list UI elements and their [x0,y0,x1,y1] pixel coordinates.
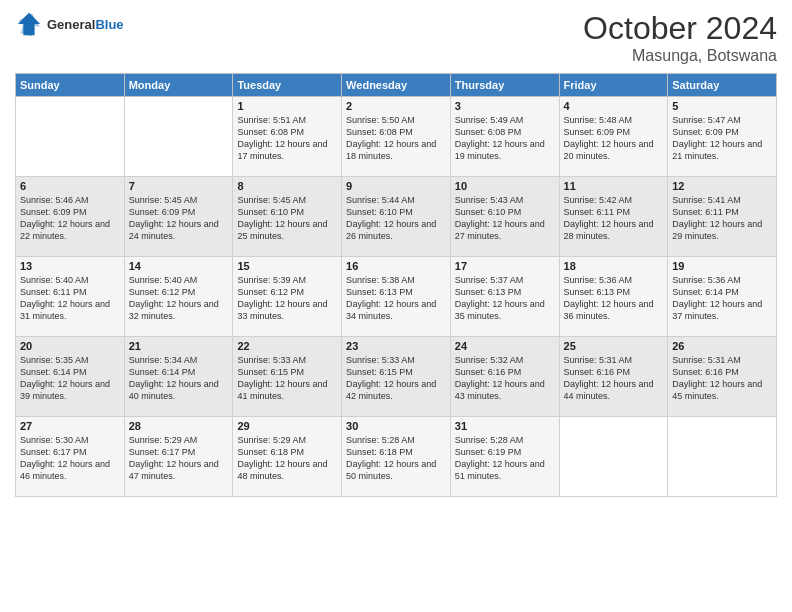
day-info: Sunrise: 5:29 AMSunset: 6:18 PMDaylight:… [237,434,337,483]
daylight-text: Daylight: 12 hours and 20 minutes. [564,139,654,161]
day-cell [559,417,668,497]
sunrise-text: Sunrise: 5:29 AM [237,435,306,445]
day-info: Sunrise: 5:30 AMSunset: 6:17 PMDaylight:… [20,434,120,483]
day-number: 5 [672,100,772,112]
day-cell [124,97,233,177]
sunset-text: Sunset: 6:09 PM [129,207,196,217]
sunset-text: Sunset: 6:18 PM [237,447,304,457]
day-number: 11 [564,180,664,192]
day-info: Sunrise: 5:31 AMSunset: 6:16 PMDaylight:… [564,354,664,403]
sunset-text: Sunset: 6:08 PM [237,127,304,137]
day-cell: 18Sunrise: 5:36 AMSunset: 6:13 PMDayligh… [559,257,668,337]
day-info: Sunrise: 5:36 AMSunset: 6:14 PMDaylight:… [672,274,772,323]
sunrise-text: Sunrise: 5:43 AM [455,195,524,205]
day-number: 9 [346,180,446,192]
sunrise-text: Sunrise: 5:33 AM [237,355,306,365]
day-number: 8 [237,180,337,192]
daylight-text: Daylight: 12 hours and 33 minutes. [237,299,327,321]
sunset-text: Sunset: 6:15 PM [346,367,413,377]
daylight-text: Daylight: 12 hours and 39 minutes. [20,379,110,401]
sunset-text: Sunset: 6:14 PM [129,367,196,377]
daylight-text: Daylight: 12 hours and 21 minutes. [672,139,762,161]
daylight-text: Daylight: 12 hours and 24 minutes. [129,219,219,241]
sunset-text: Sunset: 6:14 PM [672,287,739,297]
day-cell: 25Sunrise: 5:31 AMSunset: 6:16 PMDayligh… [559,337,668,417]
day-cell: 17Sunrise: 5:37 AMSunset: 6:13 PMDayligh… [450,257,559,337]
daylight-text: Daylight: 12 hours and 41 minutes. [237,379,327,401]
sunrise-text: Sunrise: 5:49 AM [455,115,524,125]
sunrise-text: Sunrise: 5:31 AM [564,355,633,365]
sunset-text: Sunset: 6:13 PM [564,287,631,297]
day-number: 31 [455,420,555,432]
day-number: 1 [237,100,337,112]
day-cell: 8Sunrise: 5:45 AMSunset: 6:10 PMDaylight… [233,177,342,257]
day-number: 14 [129,260,229,272]
daylight-text: Daylight: 12 hours and 28 minutes. [564,219,654,241]
daylight-text: Daylight: 12 hours and 26 minutes. [346,219,436,241]
location-title: Masunga, Botswana [583,47,777,65]
day-info: Sunrise: 5:28 AMSunset: 6:18 PMDaylight:… [346,434,446,483]
day-info: Sunrise: 5:28 AMSunset: 6:19 PMDaylight:… [455,434,555,483]
sunrise-text: Sunrise: 5:36 AM [672,275,741,285]
daylight-text: Daylight: 12 hours and 35 minutes. [455,299,545,321]
title-block: October 2024 Masunga, Botswana [583,10,777,65]
header: GeneralBlue October 2024 Masunga, Botswa… [15,10,777,65]
day-cell: 21Sunrise: 5:34 AMSunset: 6:14 PMDayligh… [124,337,233,417]
sunset-text: Sunset: 6:16 PM [564,367,631,377]
sunrise-text: Sunrise: 5:38 AM [346,275,415,285]
day-cell: 27Sunrise: 5:30 AMSunset: 6:17 PMDayligh… [16,417,125,497]
day-info: Sunrise: 5:34 AMSunset: 6:14 PMDaylight:… [129,354,229,403]
day-number: 15 [237,260,337,272]
sunrise-text: Sunrise: 5:45 AM [237,195,306,205]
daylight-text: Daylight: 12 hours and 17 minutes. [237,139,327,161]
day-info: Sunrise: 5:43 AMSunset: 6:10 PMDaylight:… [455,194,555,243]
sunset-text: Sunset: 6:09 PM [564,127,631,137]
day-number: 10 [455,180,555,192]
day-info: Sunrise: 5:50 AMSunset: 6:08 PMDaylight:… [346,114,446,163]
sunset-text: Sunset: 6:14 PM [20,367,87,377]
day-number: 27 [20,420,120,432]
day-cell: 11Sunrise: 5:42 AMSunset: 6:11 PMDayligh… [559,177,668,257]
day-number: 2 [346,100,446,112]
sunset-text: Sunset: 6:15 PM [237,367,304,377]
day-info: Sunrise: 5:45 AMSunset: 6:10 PMDaylight:… [237,194,337,243]
daylight-text: Daylight: 12 hours and 44 minutes. [564,379,654,401]
sunrise-text: Sunrise: 5:45 AM [129,195,198,205]
daylight-text: Daylight: 12 hours and 36 minutes. [564,299,654,321]
sunset-text: Sunset: 6:13 PM [346,287,413,297]
sunrise-text: Sunrise: 5:35 AM [20,355,89,365]
day-cell: 9Sunrise: 5:44 AMSunset: 6:10 PMDaylight… [342,177,451,257]
day-cell: 28Sunrise: 5:29 AMSunset: 6:17 PMDayligh… [124,417,233,497]
week-row-4: 20Sunrise: 5:35 AMSunset: 6:14 PMDayligh… [16,337,777,417]
day-info: Sunrise: 5:37 AMSunset: 6:13 PMDaylight:… [455,274,555,323]
day-info: Sunrise: 5:51 AMSunset: 6:08 PMDaylight:… [237,114,337,163]
day-info: Sunrise: 5:47 AMSunset: 6:09 PMDaylight:… [672,114,772,163]
sunrise-text: Sunrise: 5:39 AM [237,275,306,285]
weekday-header-sunday: Sunday [16,74,125,97]
week-row-1: 1Sunrise: 5:51 AMSunset: 6:08 PMDaylight… [16,97,777,177]
sunrise-text: Sunrise: 5:40 AM [129,275,198,285]
day-cell: 20Sunrise: 5:35 AMSunset: 6:14 PMDayligh… [16,337,125,417]
day-info: Sunrise: 5:40 AMSunset: 6:11 PMDaylight:… [20,274,120,323]
day-number: 13 [20,260,120,272]
week-row-5: 27Sunrise: 5:30 AMSunset: 6:17 PMDayligh… [16,417,777,497]
logo-icon [15,10,43,38]
sunset-text: Sunset: 6:17 PM [20,447,87,457]
daylight-text: Daylight: 12 hours and 40 minutes. [129,379,219,401]
day-info: Sunrise: 5:32 AMSunset: 6:16 PMDaylight:… [455,354,555,403]
day-cell: 4Sunrise: 5:48 AMSunset: 6:09 PMDaylight… [559,97,668,177]
sunset-text: Sunset: 6:11 PM [672,207,739,217]
sunrise-text: Sunrise: 5:42 AM [564,195,633,205]
sunrise-text: Sunrise: 5:47 AM [672,115,741,125]
sunset-text: Sunset: 6:16 PM [455,367,522,377]
day-info: Sunrise: 5:33 AMSunset: 6:15 PMDaylight:… [237,354,337,403]
sunrise-text: Sunrise: 5:29 AM [129,435,198,445]
day-cell: 19Sunrise: 5:36 AMSunset: 6:14 PMDayligh… [668,257,777,337]
day-number: 20 [20,340,120,352]
day-info: Sunrise: 5:39 AMSunset: 6:12 PMDaylight:… [237,274,337,323]
day-number: 28 [129,420,229,432]
sunset-text: Sunset: 6:16 PM [672,367,739,377]
week-row-2: 6Sunrise: 5:46 AMSunset: 6:09 PMDaylight… [16,177,777,257]
day-number: 21 [129,340,229,352]
day-number: 26 [672,340,772,352]
